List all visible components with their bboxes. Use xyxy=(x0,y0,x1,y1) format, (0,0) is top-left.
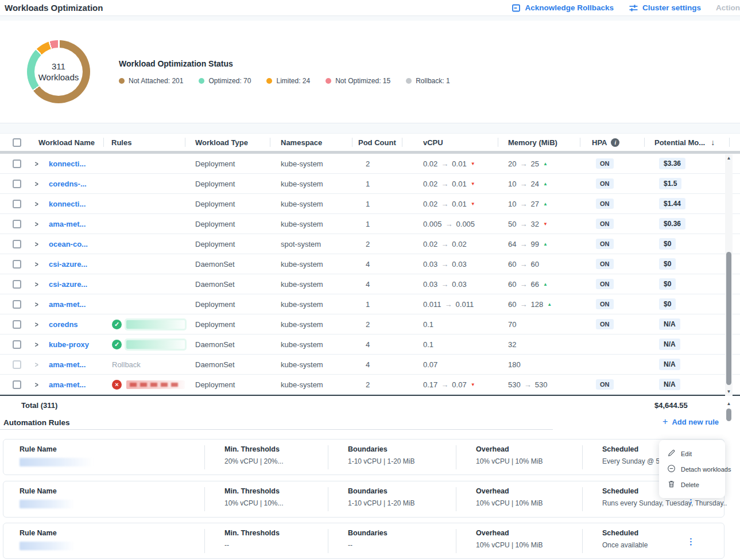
namespace: kube-system xyxy=(281,300,323,309)
row-checkbox[interactable] xyxy=(13,240,21,248)
scroll-down-arrow[interactable]: ▼ xyxy=(725,389,733,395)
scheduled-value: Once available xyxy=(602,542,724,549)
expand-chevron-icon[interactable]: > xyxy=(35,180,38,188)
expand-chevron-icon[interactable]: > xyxy=(35,300,38,309)
menu-item-detach-workloads[interactable]: Detach workloads xyxy=(659,461,725,477)
rules-cell xyxy=(103,154,185,173)
redacted-rule-name xyxy=(20,458,92,466)
table-row: >ocean-co...Deploymentspot-system20.02→0… xyxy=(0,234,740,254)
mem-cell: 10→24▲ xyxy=(498,174,580,193)
workload-name-link[interactable]: ama-met... xyxy=(49,220,86,228)
workload-name-link[interactable]: konnecti... xyxy=(49,160,86,168)
expand-chevron-icon[interactable]: > xyxy=(35,380,38,389)
hpa-cell: ON xyxy=(580,174,644,193)
mem-to: 99 xyxy=(530,240,538,248)
pod-count-cell: 4 xyxy=(352,335,402,354)
scroll-up-arrow[interactable]: ▲ xyxy=(725,155,733,161)
vcpu-from: 0.03 xyxy=(423,260,437,269)
workload-name-link[interactable]: ama-met... xyxy=(49,300,86,309)
expand-chevron-icon[interactable]: > xyxy=(35,280,38,289)
workload-name-link[interactable]: ocean-co... xyxy=(49,240,88,248)
workload-name-link[interactable]: kube-proxy xyxy=(49,340,89,349)
column-header-namespace[interactable]: Namespace xyxy=(270,134,352,151)
column-header-vcpu[interactable]: vCPU xyxy=(402,134,498,151)
add-new-rule-button[interactable]: + Add new rule xyxy=(662,417,719,426)
expand-cell: > xyxy=(28,375,47,394)
select-all-checkbox[interactable] xyxy=(13,138,21,147)
actions-button-disabled[interactable]: Action xyxy=(716,3,740,12)
column-header-rules[interactable]: Rules xyxy=(103,134,185,151)
cluster-settings-button[interactable]: Cluster settings xyxy=(629,3,701,13)
namespace: kube-system xyxy=(281,280,323,289)
workload-name-link[interactable]: ama-met... xyxy=(49,380,86,389)
menu-item-delete[interactable]: Delete xyxy=(659,477,725,492)
acknowledge-icon xyxy=(512,3,521,13)
legend-item: Rollback: 1 xyxy=(406,77,450,85)
expand-cell: > xyxy=(28,254,47,274)
row-checkbox[interactable] xyxy=(13,160,21,168)
row-checkbox[interactable] xyxy=(13,380,21,389)
workload-name-cell: ocean-co... xyxy=(47,234,103,254)
row-checkbox-cell xyxy=(0,174,28,193)
optimization-summary-panel: 311 Workloads Workload Optimization Stat… xyxy=(0,21,740,123)
row-checkbox[interactable] xyxy=(13,260,21,269)
workload-name-link[interactable]: konnecti... xyxy=(49,200,86,208)
rules-cell xyxy=(103,294,185,314)
pod-count-cell: 4 xyxy=(352,274,402,294)
scrollbar-thumb[interactable] xyxy=(726,409,731,421)
scrollbar-thumb[interactable] xyxy=(726,252,731,385)
workload-name-link[interactable]: ama-met... xyxy=(49,360,86,369)
expand-cell: > xyxy=(28,294,47,314)
column-header-workload-name[interactable]: Workload Name xyxy=(28,134,103,151)
automation-rules-title: Automation Rules xyxy=(0,418,70,427)
column-header-potential[interactable]: Potential Mo... ↓ xyxy=(644,134,740,151)
info-icon[interactable]: i xyxy=(611,138,619,147)
row-checkbox-cell xyxy=(0,214,28,234)
row-checkbox[interactable] xyxy=(13,220,21,228)
boundaries-column: Boundaries1-10 vCPU | 1-20 MiB xyxy=(328,445,456,469)
expand-chevron-icon[interactable]: > xyxy=(35,260,38,269)
expand-chevron-icon[interactable]: > xyxy=(35,360,38,369)
workload-name-link[interactable]: coredns-... xyxy=(49,180,87,188)
column-header-workload-type[interactable]: Workload Type xyxy=(185,134,270,151)
sort-desc-icon[interactable]: ↓ xyxy=(711,138,715,147)
cluster-settings-label: Cluster settings xyxy=(642,3,701,12)
workload-name-cell: coredns xyxy=(47,314,103,334)
row-checkbox[interactable] xyxy=(13,180,21,188)
row-checkbox[interactable] xyxy=(13,200,21,208)
workload-name-link[interactable]: csi-azure... xyxy=(49,280,87,289)
scroll-up-arrow[interactable]: ▲ xyxy=(725,401,733,407)
menu-item-edit[interactable]: Edit xyxy=(659,446,725,461)
expand-chevron-icon[interactable]: > xyxy=(35,340,38,349)
expand-cell: > xyxy=(28,234,47,254)
column-header-hpa[interactable]: HPA i xyxy=(580,134,644,151)
row-checkbox-cell xyxy=(0,274,28,294)
row-checkbox[interactable] xyxy=(13,320,21,329)
legend-label: Optimized: 70 xyxy=(208,77,251,85)
min-thresholds-label: Min. Thresholds xyxy=(224,445,328,454)
workload-name-link[interactable]: coredns xyxy=(49,320,78,329)
legend-item: Not Optimized: 15 xyxy=(326,77,390,85)
expand-chevron-icon[interactable]: > xyxy=(35,320,38,329)
row-checkbox[interactable] xyxy=(13,300,21,309)
overhead-label: Overhead xyxy=(476,487,582,496)
rule-name-label: Rule Name xyxy=(20,487,204,496)
table-row: >konnecti...Deploymentkube-system10.02→0… xyxy=(0,194,740,214)
column-header-memory[interactable]: Memory (MiB) xyxy=(498,134,580,151)
column-header-pod-count[interactable]: Pod Count xyxy=(352,134,402,151)
min-thresholds-column: Min. Thresholds20% vCPU | 20%... xyxy=(204,445,328,469)
hpa-on-badge: ON xyxy=(596,158,614,169)
expand-chevron-icon[interactable]: > xyxy=(35,200,38,208)
expand-chevron-icon[interactable]: > xyxy=(35,240,38,248)
row-checkbox[interactable] xyxy=(13,280,21,289)
rules-cell: ✓ xyxy=(103,314,185,334)
rule-kebab-menu-button[interactable]: ⋮ xyxy=(687,536,695,545)
acknowledge-rollbacks-button[interactable]: Acknowledge Rollbacks xyxy=(512,3,614,13)
row-checkbox[interactable] xyxy=(13,340,21,349)
section-gap xyxy=(0,16,740,21)
workload-name-link[interactable]: csi-azure... xyxy=(49,260,87,269)
row-checkbox[interactable] xyxy=(13,360,21,369)
expand-chevron-icon[interactable]: > xyxy=(35,160,38,168)
rule-card: Rule NameMin. Thresholds--Boundaries--Ov… xyxy=(3,523,724,559)
expand-chevron-icon[interactable]: > xyxy=(35,220,38,228)
